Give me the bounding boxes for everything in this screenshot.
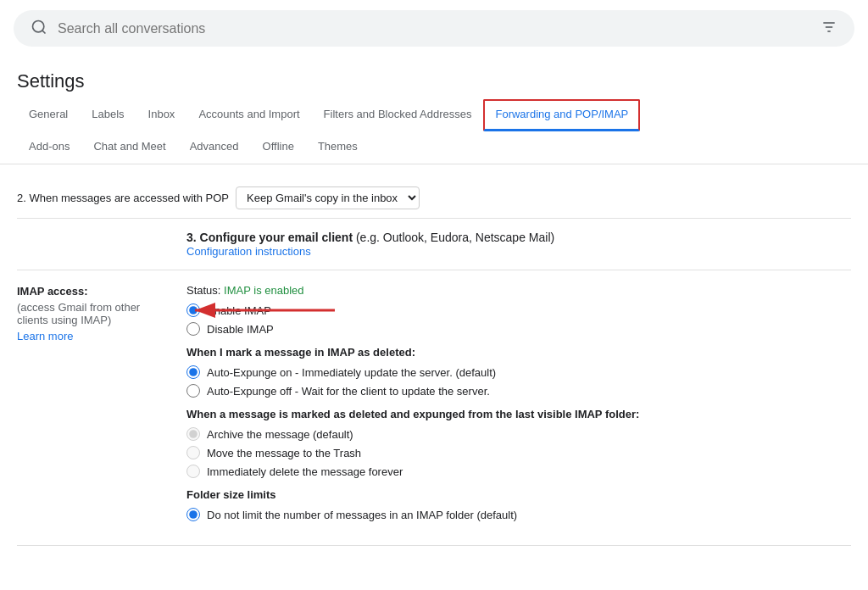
- tab-filters[interactable]: Filters and Blocked Addresses: [312, 99, 484, 131]
- no-limit-radio[interactable]: [186, 508, 200, 521]
- tab-offline[interactable]: Offline: [251, 131, 306, 164]
- tab-forwarding[interactable]: Forwarding and POP/IMAP: [483, 99, 640, 131]
- folder-size-options: Do not limit the number of messages in a…: [186, 508, 851, 521]
- svg-point-0: [33, 21, 44, 32]
- pop-row-label: 2. When messages are accessed with POP: [17, 192, 229, 204]
- imap-deleted-section: When I mark a message in IMAP as deleted…: [186, 346, 851, 398]
- search-input[interactable]: [58, 21, 821, 36]
- delete-forever-label: Immediately delete the message forever: [207, 465, 403, 478]
- imap-status: Status: IMAP is enabled: [186, 284, 851, 297]
- trash-radio[interactable]: [186, 446, 200, 459]
- tab-labels[interactable]: Labels: [80, 99, 136, 131]
- auto-expunge-off-radio[interactable]: [186, 384, 200, 398]
- folder-size-title: Folder size limits: [186, 488, 851, 501]
- imap-deleted-options: Auto-Expunge on - Immediately update the…: [186, 365, 851, 398]
- imap-section: IMAP access: (access Gmail from other cl…: [17, 270, 851, 546]
- configuration-instructions-link[interactable]: Configuration instructions: [186, 245, 311, 258]
- no-limit-label: Do not limit the number of messages in a…: [207, 509, 517, 521]
- trash-label: Move the message to the Trash: [207, 447, 361, 459]
- delete-forever-option[interactable]: Immediately delete the message forever: [186, 465, 851, 478]
- imap-expunged-options: Archive the message (default) Move the m…: [186, 427, 851, 478]
- archive-label: Archive the message (default): [207, 428, 353, 441]
- enable-imap-option[interactable]: Enable IMAP: [186, 303, 851, 317]
- imap-deleted-title: When I mark a message in IMAP as deleted…: [186, 346, 851, 359]
- disable-imap-radio[interactable]: [186, 322, 200, 336]
- disable-imap-label: Disable IMAP: [207, 323, 274, 336]
- imap-status-value: IMAP is enabled: [224, 284, 303, 297]
- search-icon: [31, 19, 47, 38]
- imap-toggle-group: Enable IMAP Disa: [186, 303, 851, 336]
- configure-label: 3. Configure your email client (e.g. Out…: [186, 231, 554, 244]
- imap-expunged-title: When a message is marked as deleted and …: [186, 408, 851, 420]
- auto-expunge-on-option[interactable]: Auto-Expunge on - Immediately update the…: [186, 365, 851, 379]
- tab-general[interactable]: General: [17, 99, 80, 131]
- delete-forever-radio[interactable]: [186, 465, 200, 478]
- tab-advanced[interactable]: Advanced: [178, 131, 251, 164]
- auto-expunge-on-label: Auto-Expunge on - Immediately update the…: [207, 366, 496, 379]
- auto-expunge-off-label: Auto-Expunge off - Wait for the client t…: [207, 385, 490, 398]
- search-bar: [14, 10, 854, 47]
- configure-hint: (e.g. Outlook, Eudora, Netscape Mail): [356, 231, 554, 244]
- imap-desc: (access Gmail from other clients using I…: [17, 301, 170, 326]
- nav-row-1: General Labels Inbox Accounts and Import…: [17, 99, 851, 131]
- disable-imap-option[interactable]: Disable IMAP: [186, 322, 851, 336]
- tab-addons[interactable]: Add-ons: [17, 131, 81, 164]
- configure-content: 3. Configure your email client (e.g. Out…: [186, 231, 554, 258]
- configure-section: 3. Configure your email client (e.g. Out…: [17, 219, 851, 270]
- svg-line-1: [42, 31, 46, 34]
- content-area: 2. When messages are accessed with POP K…: [0, 164, 868, 559]
- page-title: Settings: [0, 57, 868, 99]
- red-arrow-annotation: [170, 298, 339, 323]
- nav-tabs: General Labels Inbox Accounts and Import…: [0, 99, 868, 164]
- auto-expunge-on-radio[interactable]: [186, 365, 200, 379]
- nav-row-2: Add-ons Chat and Meet Advanced Offline T…: [17, 131, 851, 164]
- imap-expunged-section: When a message is marked as deleted and …: [186, 408, 851, 478]
- tab-accounts-import[interactable]: Accounts and Import: [186, 99, 311, 131]
- pop-dropdown[interactable]: Keep Gmail's copy in the inbox: [236, 186, 420, 209]
- archive-radio[interactable]: [186, 427, 200, 441]
- tab-inbox[interactable]: Inbox: [136, 99, 187, 131]
- archive-option[interactable]: Archive the message (default): [186, 427, 851, 441]
- imap-label-col: IMAP access: (access Gmail from other cl…: [17, 284, 170, 532]
- imap-learn-more[interactable]: Learn more: [17, 330, 170, 342]
- no-limit-option[interactable]: Do not limit the number of messages in a…: [186, 508, 851, 521]
- tab-themes[interactable]: Themes: [306, 131, 370, 164]
- trash-option[interactable]: Move the message to the Trash: [186, 446, 851, 459]
- imap-title: IMAP access:: [17, 285, 88, 298]
- filter-icon[interactable]: [821, 19, 837, 38]
- tab-chat[interactable]: Chat and Meet: [81, 131, 177, 164]
- main-content: 2. When messages are accessed with POP K…: [0, 164, 868, 559]
- auto-expunge-off-option[interactable]: Auto-Expunge off - Wait for the client t…: [186, 384, 851, 398]
- imap-settings-col: Status: IMAP is enabled Enable IMAP: [186, 284, 851, 532]
- pop-access-row: 2. When messages are accessed with POP K…: [17, 178, 851, 219]
- folder-size-section: Folder size limits Do not limit the numb…: [186, 488, 851, 521]
